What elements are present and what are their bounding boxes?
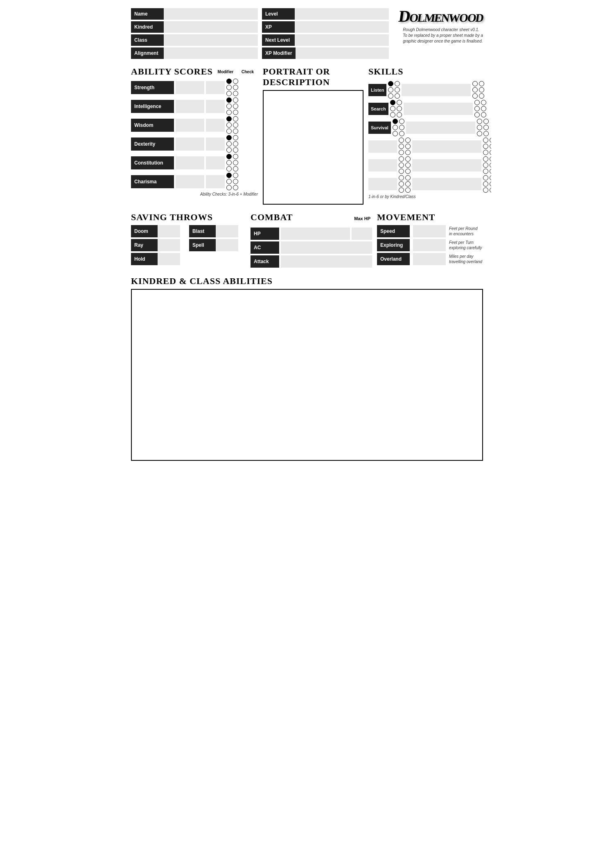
- die-se5: [390, 112, 395, 117]
- search-label: Search: [368, 103, 388, 115]
- alignment-row: Alignment: [131, 47, 258, 59]
- die-bc7: [483, 175, 488, 180]
- die-se3: [390, 106, 395, 111]
- xp-modifier-row: XP Modifier: [262, 47, 389, 59]
- hp-label: HP: [251, 228, 279, 240]
- survival-box[interactable]: [406, 122, 475, 134]
- blast-input[interactable]: [216, 225, 238, 237]
- saving-throws-column: Saving Throws Doom Blast Ray Spell Hold: [131, 212, 246, 269]
- die-bc11: [483, 187, 488, 193]
- overland-row: Overland Miles per daytravelling overlan…: [377, 253, 491, 265]
- die-l11: [472, 93, 478, 99]
- hp-max-input[interactable]: [352, 228, 372, 240]
- charisma-row: Charisma: [131, 173, 258, 190]
- wisdom-modifier[interactable]: [206, 119, 225, 132]
- charisma-modifier[interactable]: [206, 175, 225, 188]
- ability-note: Ability Checks: 3-in-6 + Modifier: [131, 192, 258, 196]
- blank-skill-3-name[interactable]: [368, 178, 397, 190]
- class-input[interactable]: [164, 34, 258, 46]
- xp-label: XP: [262, 21, 295, 33]
- header-right: Dolmenwood Rough Dolmenwood character sh…: [393, 8, 483, 59]
- constitution-modifier[interactable]: [206, 156, 225, 169]
- die-d5: [226, 147, 232, 153]
- die-bc9: [483, 181, 488, 187]
- dexterity-modifier[interactable]: [206, 138, 225, 151]
- charisma-label: Charisma: [131, 175, 174, 188]
- die-se10: [481, 106, 486, 111]
- portrait-box[interactable]: [263, 90, 363, 205]
- doom-input[interactable]: [158, 225, 180, 237]
- blank-skill-1-box[interactable]: [412, 140, 481, 153]
- hp-input[interactable]: [281, 228, 350, 240]
- overland-input[interactable]: [413, 253, 446, 265]
- die-c6: [233, 166, 238, 171]
- die-l1: [388, 81, 393, 86]
- kindred-abilities-box[interactable]: [131, 289, 483, 461]
- hp-row: HP: [251, 228, 372, 240]
- attack-input[interactable]: [281, 255, 372, 268]
- die-su7: [477, 119, 482, 124]
- dexterity-label: Dexterity: [131, 138, 174, 151]
- listen-dice: [388, 81, 400, 99]
- die-w5: [226, 129, 232, 134]
- listen-label: Listen: [368, 84, 386, 96]
- wisdom-dice: [226, 116, 238, 134]
- strength-dice-row1: [226, 79, 238, 84]
- die-l8: [479, 81, 484, 86]
- ability-scores-column: Ability Scores Modifier Check Strength: [131, 66, 258, 205]
- die-se1: [390, 100, 395, 105]
- strength-modifier[interactable]: [206, 81, 225, 94]
- die-b4: [405, 144, 411, 149]
- blank-skill-1-name[interactable]: [368, 140, 397, 153]
- ability-col-labels: Modifier Check: [215, 70, 258, 74]
- level-input[interactable]: [295, 8, 389, 20]
- die-i1: [226, 97, 232, 103]
- search-box[interactable]: [404, 103, 473, 115]
- alignment-input[interactable]: [164, 47, 258, 59]
- die-b8: [490, 138, 491, 143]
- spell-input[interactable]: [216, 239, 238, 251]
- blank-skill-2-name[interactable]: [368, 159, 397, 171]
- xp-input[interactable]: [295, 21, 389, 33]
- die-bb6: [405, 169, 411, 174]
- name-input[interactable]: [164, 8, 258, 20]
- die-su11: [477, 131, 482, 136]
- die-b11: [483, 150, 488, 155]
- blank2-dice: [399, 156, 411, 174]
- constitution-score[interactable]: [176, 156, 204, 169]
- xp-modifier-input[interactable]: [296, 47, 389, 59]
- ray-input[interactable]: [158, 239, 180, 251]
- blank-skill-3-box[interactable]: [412, 178, 481, 190]
- die-c5: [226, 166, 232, 171]
- charisma-score[interactable]: [176, 175, 204, 188]
- portrait-title: Portrait or Description: [263, 66, 363, 88]
- speed-input[interactable]: [413, 225, 446, 237]
- die-se4: [397, 106, 402, 111]
- blank-skill-2-box[interactable]: [412, 159, 481, 171]
- intelligence-score[interactable]: [176, 100, 204, 113]
- die-ch6: [233, 185, 238, 190]
- xp-row: XP: [262, 21, 389, 33]
- movement-title: Movement: [377, 212, 491, 223]
- die-i4: [233, 104, 238, 109]
- ac-row: AC: [251, 241, 372, 254]
- skills-title: Skills: [368, 66, 404, 77]
- wisdom-score[interactable]: [176, 119, 204, 132]
- listen-box[interactable]: [402, 84, 471, 96]
- combat-column: Combat Max HP HP AC Attack: [251, 212, 372, 269]
- kindred-input[interactable]: [164, 21, 258, 33]
- strength-score[interactable]: [176, 81, 204, 94]
- ac-input[interactable]: [281, 241, 372, 254]
- die-su6: [399, 131, 404, 136]
- next-level-input[interactable]: [295, 34, 389, 46]
- movement-column: Movement Speed Feet per Roundin encounte…: [377, 212, 491, 269]
- header-left: Name Kindred Class Alignment: [131, 8, 258, 59]
- next-level-row: Next Level: [262, 34, 389, 46]
- exploring-input[interactable]: [413, 239, 446, 251]
- dexterity-score[interactable]: [176, 138, 204, 151]
- die-d4: [233, 141, 238, 147]
- hold-input[interactable]: [158, 253, 180, 265]
- listen-dice2: [472, 81, 484, 99]
- intelligence-modifier[interactable]: [206, 100, 225, 113]
- hold-label: Hold: [131, 253, 158, 265]
